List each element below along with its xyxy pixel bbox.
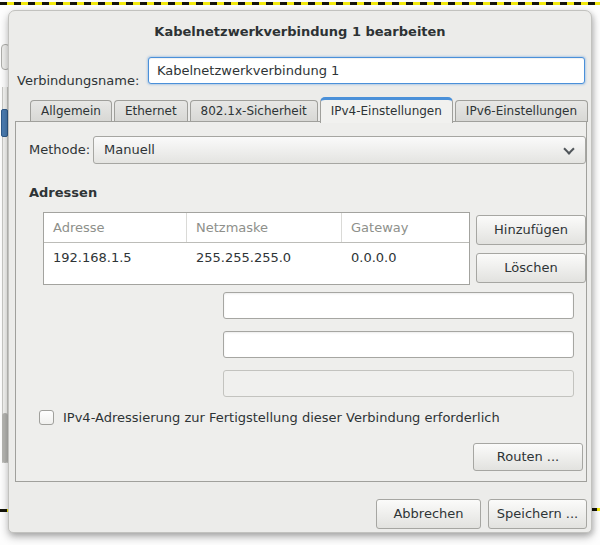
search-domains-input[interactable] xyxy=(223,331,574,358)
chevron-down-icon xyxy=(563,143,574,154)
screenshot-stage: Kabelnetzwerkverbindung 1 bearbeiten Ver… xyxy=(0,0,600,545)
connection-name-input[interactable] xyxy=(148,57,585,84)
settings-tabs: Allgemein Ethernet 802.1x-Sicherheit IPv… xyxy=(30,97,590,122)
save-button[interactable]: Speichern ... xyxy=(488,499,587,529)
ipv4-required-checkbox-label: IPv4-Adressierung zur Fertigstellung die… xyxy=(63,410,500,425)
background-scrollbar-thumb[interactable] xyxy=(1,109,8,137)
addresses-table-header: Adresse Netzmaske Gateway xyxy=(44,213,469,243)
addresses-heading: Adressen xyxy=(29,185,97,200)
selection-ants-top xyxy=(0,2,600,5)
ipv4-required-checkbox[interactable] xyxy=(39,410,54,425)
add-address-button[interactable]: Hinzufügen xyxy=(476,215,586,245)
tab-ipv4-einstellungen[interactable]: IPv4-Einstellungen xyxy=(320,97,453,123)
dhcp-client-id-input xyxy=(223,370,574,397)
column-header-netzmaske[interactable]: Netzmaske xyxy=(187,213,342,242)
dns-server-input[interactable] xyxy=(223,292,574,319)
method-combobox[interactable]: Manuell xyxy=(93,136,586,164)
delete-address-button[interactable]: Löschen xyxy=(476,253,586,283)
dialog-title: Kabelnetzwerkverbindung 1 bearbeiten xyxy=(9,24,591,39)
tab-allgemein[interactable]: Allgemein xyxy=(30,100,112,122)
method-label: Methode: xyxy=(29,142,90,157)
method-combobox-value: Manuell xyxy=(104,142,155,157)
column-header-gateway[interactable]: Gateway xyxy=(342,213,468,242)
table-row[interactable]: 192.168.1.5 255.255.255.0 0.0.0.0 xyxy=(44,243,469,284)
edit-connection-dialog: Kabelnetzwerkverbindung 1 bearbeiten Ver… xyxy=(8,10,592,533)
column-header-adresse[interactable]: Adresse xyxy=(44,213,187,242)
cell-netmask[interactable]: 255.255.255.0 xyxy=(187,243,342,284)
connection-name-label: Verbindungsname: xyxy=(17,68,139,94)
tab-8021x-sicherheit[interactable]: 802.1x-Sicherheit xyxy=(190,100,318,122)
cell-address[interactable]: 192.168.1.5 xyxy=(44,243,187,284)
cell-gateway[interactable]: 0.0.0.0 xyxy=(342,243,468,284)
addresses-table: Adresse Netzmaske Gateway 192.168.1.5 25… xyxy=(43,212,470,285)
tab-ethernet[interactable]: Ethernet xyxy=(114,100,188,122)
routes-button[interactable]: Routen ... xyxy=(473,443,583,471)
tab-ipv6-einstellungen[interactable]: IPv6-Einstellungen xyxy=(455,100,588,122)
cancel-button[interactable]: Abbrechen xyxy=(376,499,481,529)
